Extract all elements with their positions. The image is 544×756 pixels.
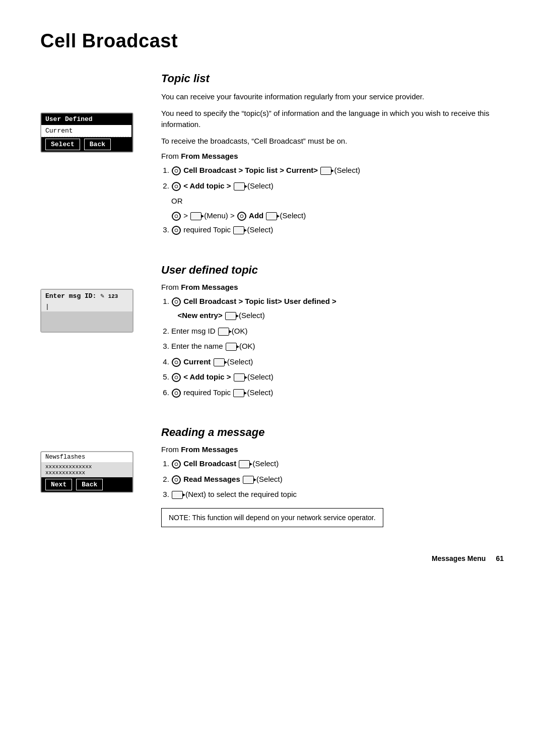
reading-from: From From Messages xyxy=(161,445,504,454)
phone-body-1: xxxxxxxxxxxxxx xxxxxxxxxxxx xyxy=(41,462,132,477)
nav-icon-or2 xyxy=(237,212,246,221)
section-topic-list: User Defined Current Select Back Topic l… xyxy=(40,72,504,238)
phone-mockup-reading: Newsflashes xxxxxxxxxxxxxx xxxxxxxxxxxx … xyxy=(40,451,133,493)
phone-back-btn[interactable]: Back xyxy=(84,139,111,150)
user-defined-steps: Cell Broadcast > Topic list> User define… xyxy=(171,294,504,400)
note-box: NOTE: This function will depend on your … xyxy=(161,508,383,527)
phone-item-current: Current xyxy=(41,125,131,137)
step-3: required Topic (Select) xyxy=(171,223,504,237)
section-reading: Newsflashes xxxxxxxxxxxxxx xxxxxxxxxxxx … xyxy=(40,426,504,527)
r-step-3: (Next) to select the required topic xyxy=(171,487,504,502)
topic-list-intro1: You can receive your favourite informati… xyxy=(161,91,504,103)
softkey-icon-ud3 xyxy=(226,343,237,351)
nav-icon-ud4 xyxy=(172,358,181,367)
reading-phone-panel: Newsflashes xxxxxxxxxxxxxx xxxxxxxxxxxx … xyxy=(40,426,151,527)
topic-list-phone-panel: User Defined Current Select Back xyxy=(40,72,151,238)
phone-buttons: Select Back xyxy=(41,137,132,152)
topic-list-intro3: To receive the broadcasts, “Cell Broadca… xyxy=(161,136,504,147)
phone-body xyxy=(41,311,132,332)
step-1: Cell Broadcast > Topic list > Current> (… xyxy=(171,163,504,178)
softkey-icon-or2 xyxy=(266,212,277,220)
nav-icon-r1 xyxy=(172,460,181,469)
user-defined-title: User defined topic xyxy=(161,264,504,277)
phone-enter-msg-id: Enter msg ID: ✎ 123 xyxy=(41,290,132,302)
nav-icon-ud5 xyxy=(172,373,181,382)
user-defined-from: From From Messages xyxy=(161,283,504,291)
nav-icon-or xyxy=(172,212,181,221)
softkey-icon-2 xyxy=(234,182,245,191)
topic-list-steps-cont: required Topic (Select) xyxy=(171,223,504,237)
phone-mockup-user-defined: Enter msg ID: ✎ 123 | xyxy=(40,289,133,333)
section-user-defined: Enter msg ID: ✎ 123 | User defined topic… xyxy=(40,264,504,401)
r-step-1: Cell Broadcast (Select) xyxy=(171,457,504,471)
nav-icon-r2 xyxy=(172,475,181,484)
reading-steps: Cell Broadcast (Select) Read Messages (S… xyxy=(171,457,504,502)
nav-icon-3 xyxy=(172,226,181,235)
page-footer: Messages Menu 61 xyxy=(432,554,504,562)
softkey-icon-r3 xyxy=(172,491,183,499)
topic-list-from: From From Messages xyxy=(161,152,504,160)
softkey-icon-ud6 xyxy=(233,389,244,397)
softkey-icon-r2 xyxy=(243,476,254,484)
softkey-icon-or xyxy=(190,212,201,220)
topic-list-title: Topic list xyxy=(161,72,504,85)
nav-icon-ud1 xyxy=(172,297,181,306)
phone-newsflashes: Newsflashes xyxy=(41,452,132,462)
softkey-icon-r1 xyxy=(239,460,250,468)
phone-mockup-topic-list: User Defined Current Select Back xyxy=(40,112,133,153)
phone-select-btn[interactable]: Select xyxy=(45,139,80,150)
footer-page-number: 61 xyxy=(496,554,504,562)
topic-list-content: Topic list You can receive your favourit… xyxy=(161,72,504,238)
note-text: NOTE: This function will depend on your … xyxy=(169,514,376,522)
phone-divider xyxy=(131,113,132,137)
ud-step-5: < Add topic > (Select) xyxy=(171,370,504,385)
user-defined-phone-panel: Enter msg ID: ✎ 123 | xyxy=(40,264,151,401)
softkey-icon-ud4 xyxy=(214,358,225,366)
page: Cell Broadcast User Defined Current Sele… xyxy=(0,0,544,583)
nav-icon-1 xyxy=(172,166,181,175)
ud-step-4: Current (Select) xyxy=(171,355,504,369)
softkey-icon-3 xyxy=(233,226,244,234)
ud-step-2: Enter msg ID (OK) xyxy=(171,324,504,339)
softkey-icon-ud5 xyxy=(234,373,245,382)
softkey-icon-ud2 xyxy=(218,328,229,336)
nav-icon-2 xyxy=(172,182,181,191)
softkey-icon-ud1 xyxy=(225,312,236,320)
or-section: OR > (Menu) > Add (Select) xyxy=(171,194,504,223)
reading-title: Reading a message xyxy=(161,426,504,439)
reading-content: Reading a message From From Messages Cel… xyxy=(161,426,504,527)
reading-back-btn[interactable]: Back xyxy=(76,479,103,490)
topic-list-steps: Cell Broadcast > Topic list > Current> (… xyxy=(171,163,504,193)
ud-step-1: Cell Broadcast > Topic list> User define… xyxy=(171,294,504,323)
footer-label: Messages Menu xyxy=(432,554,486,562)
nav-icon-ud6 xyxy=(172,389,181,398)
reading-phone-buttons: Next Back xyxy=(41,477,132,492)
user-defined-content: User defined topic From From Messages Ce… xyxy=(161,264,504,401)
topic-list-intro2: You need to specify the “topic(s)” of in… xyxy=(161,108,504,131)
reading-next-btn[interactable]: Next xyxy=(45,479,72,490)
phone-header-user-defined: User Defined xyxy=(41,113,131,125)
step-2: < Add topic > (Select) xyxy=(171,179,504,194)
ud-step-6: required Topic (Select) xyxy=(171,386,504,400)
ud-step-3: Enter the name (OK) xyxy=(171,339,504,354)
page-title: Cell Broadcast xyxy=(40,30,504,52)
softkey-icon-1 xyxy=(320,167,331,175)
phone-cursor: | xyxy=(41,302,132,311)
r-step-2: Read Messages (Select) xyxy=(171,472,504,487)
